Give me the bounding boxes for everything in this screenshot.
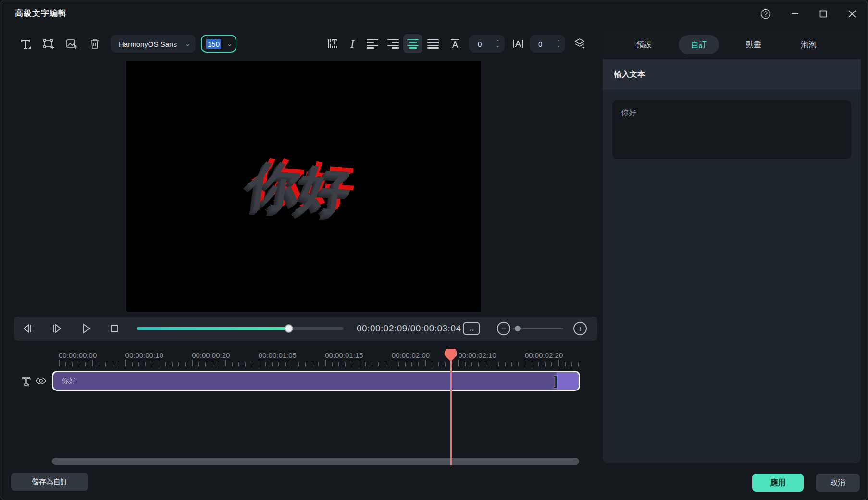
line-spacing-icon[interactable]: [446, 34, 465, 53]
layers-icon[interactable]: [570, 34, 589, 53]
trash-icon[interactable]: [85, 34, 104, 53]
ruler-tick: [298, 362, 299, 366]
ruler-tick: [92, 360, 93, 366]
playback-progress-slider[interactable]: [137, 327, 344, 330]
tab-preset[interactable]: 預設: [624, 35, 664, 54]
ruler-tick: [125, 360, 126, 366]
ruler-tick: [272, 362, 273, 366]
next-frame-icon[interactable]: [49, 320, 66, 337]
ruler-tick: [145, 362, 146, 366]
maximize-button[interactable]: [815, 5, 832, 23]
ruler-tick: [159, 360, 160, 366]
ruler-tick: [359, 360, 360, 366]
toolbar: HarmonyOS Sans ⌄ 150 ⌄ I: [0, 30, 603, 61]
ruler-tick: [318, 362, 319, 366]
panel-tab-bar: 預設 自訂 動畫 泡泡: [603, 30, 861, 59]
cancel-button[interactable]: 取消: [816, 474, 860, 492]
tab-custom[interactable]: 自訂: [679, 35, 719, 54]
visibility-eye-icon[interactable]: [34, 375, 48, 387]
help-icon[interactable]: [757, 5, 774, 23]
ruler-tick: [238, 362, 239, 366]
ruler-tick: [365, 362, 366, 366]
zoom-out-icon[interactable]: −: [497, 322, 510, 335]
play-icon[interactable]: [77, 320, 95, 337]
ruler-tick: [478, 362, 479, 366]
ruler-tick: [352, 362, 353, 366]
dialog-title: 高級文字編輯: [15, 8, 67, 19]
ruler-tick: [172, 362, 173, 366]
align-left-icon[interactable]: [363, 34, 382, 53]
letter-spacing-input[interactable]: 0 ⌃⌄: [530, 35, 565, 53]
ruler-tick: [492, 360, 493, 366]
playhead-handle[interactable]: [445, 349, 457, 362]
ruler-tick: [59, 360, 60, 366]
ruler-tick: [538, 362, 539, 366]
font-size-select[interactable]: 150 ⌄: [201, 35, 236, 53]
ruler-tick: [85, 362, 86, 366]
horizontal-scrollbar[interactable]: [52, 458, 579, 465]
justify-icon[interactable]: [423, 34, 443, 53]
video-preview-canvas[interactable]: 你好 你好: [126, 61, 481, 312]
ruler-tick: [458, 360, 459, 366]
ruler-tick: [432, 362, 433, 366]
ruler-tick: [438, 362, 439, 366]
letter-spacing-icon[interactable]: [508, 34, 528, 53]
ruler-tick: [292, 360, 293, 366]
fit-icon[interactable]: ↔: [463, 322, 480, 335]
ruler-tick: [405, 362, 406, 366]
transform-icon[interactable]: [39, 34, 58, 53]
italic-icon[interactable]: I: [343, 34, 362, 53]
clip-trim-region[interactable]: [557, 372, 579, 390]
ruler-tick: [72, 362, 73, 366]
trim-cursor-icon: ]: [553, 374, 558, 389]
chevron-down-icon: ⌄: [226, 41, 233, 47]
spinner-arrows-icon[interactable]: ⌃⌄: [496, 40, 500, 47]
playback-controls-bar: 00:00:02:09/00:00:03:04 ↔ − +: [14, 317, 597, 341]
apply-button[interactable]: 應用: [752, 474, 804, 492]
zoom-in-icon[interactable]: +: [573, 322, 587, 335]
progress-fill: [137, 327, 289, 330]
font-family-value: HarmonyOS Sans: [119, 40, 177, 48]
preview-text-shadow-layer: 你好: [244, 150, 355, 226]
font-family-select[interactable]: HarmonyOS Sans ⌄: [111, 35, 196, 53]
save-as-custom-button[interactable]: 儲存為自訂: [11, 473, 88, 491]
ruler-tick: [445, 362, 446, 366]
align-right-icon[interactable]: [384, 34, 403, 53]
ruler-tick: [471, 362, 472, 366]
timeline-zoom-thumb[interactable]: [515, 326, 521, 331]
ruler-timecode-label: 00:00:02:00: [392, 351, 430, 359]
ruler-tick: [385, 362, 386, 366]
minimize-button[interactable]: [786, 5, 804, 23]
vertical-text-icon[interactable]: [323, 34, 342, 53]
tab-animation[interactable]: 動畫: [733, 35, 774, 54]
ruler-tick: [411, 362, 412, 366]
ruler-tick: [465, 362, 466, 366]
preview-text[interactable]: 你好 你好: [248, 146, 359, 221]
line-spacing-value: 0: [478, 40, 482, 48]
ruler-timecode-label: 00:00:01:15: [325, 351, 363, 359]
text-input-area[interactable]: 你好: [612, 100, 851, 159]
ruler-tick: [232, 362, 233, 366]
tab-bubble[interactable]: 泡泡: [788, 35, 829, 54]
text-tool-icon[interactable]: [16, 34, 35, 53]
ruler-tick: [398, 362, 399, 366]
previous-frame-icon[interactable]: [19, 320, 36, 337]
spinner-arrows-icon[interactable]: ⌃⌄: [557, 40, 560, 47]
align-center-icon[interactable]: [403, 34, 422, 53]
stop-icon[interactable]: [106, 320, 123, 337]
close-button[interactable]: [843, 5, 861, 23]
clip-label: 你好: [62, 377, 76, 386]
ruler-tick: [265, 362, 266, 366]
ruler-tick: [198, 362, 199, 366]
ruler-tick: [245, 362, 246, 366]
ruler-tick: [312, 362, 313, 366]
line-spacing-input[interactable]: 0 ⌃⌄: [469, 35, 505, 53]
input-text-header: 輸入文本: [603, 59, 861, 90]
ruler-tick: [498, 362, 499, 366]
ruler-timecode-label: 00:00:01:05: [259, 351, 297, 359]
timeline-text-clip[interactable]: 你好 ]: [52, 371, 580, 391]
ruler-timecode-label: 00:00:02:10: [458, 351, 496, 359]
ruler-tick: [212, 362, 213, 366]
progress-thumb[interactable]: [285, 324, 293, 333]
add-image-icon[interactable]: [62, 34, 81, 53]
